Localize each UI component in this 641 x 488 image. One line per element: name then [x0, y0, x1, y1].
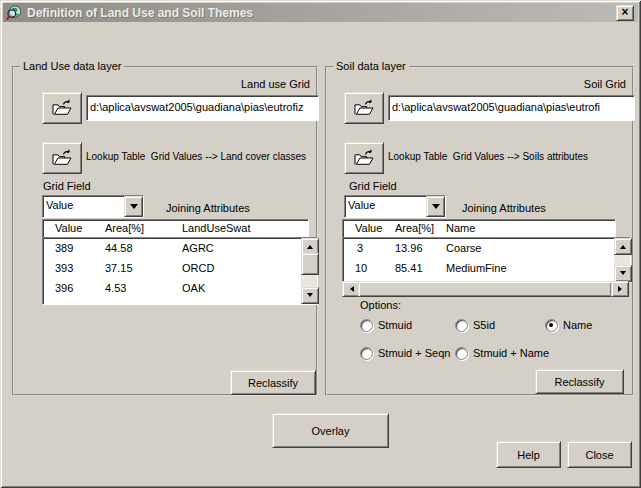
soil-reclassify-button[interactable]: Reclassify — [535, 369, 624, 394]
chevron-down-icon — [130, 204, 138, 213]
open-folder-icon — [353, 99, 375, 117]
scrollbar-thumb[interactable] — [301, 253, 319, 275]
close-label: Close — [585, 449, 613, 461]
cell-name: MediumFine — [446, 262, 507, 274]
table-row[interactable]: 10 85.41 MediumFine — [343, 262, 630, 282]
land-grid-path-field[interactable]: d:\aplica\avswat2005\guadiana\pias\eutro… — [86, 95, 319, 121]
arrow-down-icon — [620, 271, 626, 278]
scrollbar-thumb[interactable] — [358, 281, 612, 297]
cell-area: 4.53 — [105, 282, 126, 294]
cell-value: 3 — [357, 242, 363, 254]
land-reclassify-button[interactable]: Reclassify — [230, 370, 316, 395]
land-joining-attributes-label: Joining Attributes — [166, 202, 250, 214]
close-window-button[interactable]: × — [616, 5, 634, 21]
land-lookup-caption: Lookup Table Grid Values --> Land cover … — [86, 151, 306, 162]
radio-stmuid-seqn-label[interactable]: Stmuid + Seqn — [378, 347, 450, 359]
radio-stmuid[interactable] — [360, 319, 373, 332]
radio-stmuid-label[interactable]: Stmuid — [378, 319, 412, 331]
close-button[interactable]: Close — [567, 441, 632, 468]
open-folder-icon — [353, 149, 375, 167]
arrow-left-icon — [347, 286, 354, 292]
radio-s5id-label[interactable]: S5id — [473, 319, 495, 331]
land-use-grid-caption: Land use Grid — [241, 78, 310, 90]
land-grid-field-value: Value — [43, 196, 124, 217]
radio-stmuid-name-label[interactable]: Stmuid + Name — [473, 347, 549, 359]
radio-stmuid-seqn[interactable] — [360, 347, 373, 360]
soil-combobox-dropdown-button[interactable] — [426, 196, 445, 217]
help-label: Help — [517, 449, 540, 461]
radio-name[interactable] — [545, 319, 558, 332]
soil-joining-attributes-label: Joining Attributes — [462, 202, 546, 214]
soil-grid-field-label: Grid Field — [349, 180, 397, 192]
cell-area: 85.41 — [395, 262, 423, 274]
soil-grid-path-field[interactable]: d:\aplica\avswat2005\guadiana\pias\eutro… — [388, 95, 635, 121]
table-row[interactable]: 396 4.53 OAK — [43, 282, 317, 302]
overlay-button[interactable]: Overlay — [272, 413, 389, 448]
cell-value: 393 — [55, 262, 73, 274]
arrow-right-icon — [618, 286, 625, 292]
soil-grid-path-text: d:\aplica\avswat2005\guadiana\pias\eutro… — [392, 101, 600, 113]
open-folder-icon — [51, 149, 73, 167]
options-label: Options: — [360, 299, 401, 311]
land-use-group: Land Use data layer Land use Grid d:\apl… — [12, 66, 318, 396]
land-reclassify-label: Reclassify — [248, 377, 298, 389]
arrow-up-icon — [620, 242, 626, 249]
soil-open-grid-button[interactable] — [344, 92, 384, 124]
land-grid-path-text: d:\aplica\avswat2005\guadiana\pias\eutro… — [90, 101, 303, 113]
land-lookup-table-button[interactable] — [42, 142, 82, 174]
land-grid-field-combobox[interactable]: Value — [42, 195, 144, 218]
soil-col-area: Area[%] — [395, 222, 434, 234]
land-open-grid-button[interactable] — [42, 92, 82, 124]
soil-reclassify-label: Reclassify — [554, 376, 604, 388]
dialog-definition-landuse-soil: Definition of Land Use and Soil Themes ×… — [0, 0, 641, 488]
title-bar[interactable]: Definition of Land Use and Soil Themes × — [3, 3, 638, 22]
cell-area: 37.15 — [105, 262, 133, 274]
radio-stmuid-name[interactable] — [455, 347, 468, 360]
radio-s5id[interactable] — [455, 319, 468, 332]
scroll-right-button[interactable] — [611, 281, 629, 297]
land-grid-field-label: Grid Field — [43, 180, 91, 192]
arrow-down-icon — [307, 293, 313, 300]
soil-lookup-table-button[interactable] — [344, 142, 384, 174]
soil-col-name: Name — [446, 222, 475, 234]
arrow-up-icon — [307, 242, 313, 249]
table-row[interactable]: 393 37.15 ORCD — [43, 262, 317, 282]
vertical-scrollbar[interactable] — [614, 238, 630, 282]
soil-grid-caption: Soil Grid — [584, 78, 626, 90]
land-col-landuseswat: LandUseSwat — [182, 222, 251, 234]
help-button[interactable]: Help — [496, 441, 561, 468]
cell-value: 396 — [55, 282, 73, 294]
soil-grid-field-value: Value — [345, 196, 426, 217]
land-use-group-label: Land Use data layer — [20, 60, 124, 72]
soil-attributes-list[interactable]: 3 13.96 Coarse 10 85.41 MediumFine — [342, 237, 631, 283]
table-row[interactable]: 389 44.58 AGRC — [43, 242, 317, 262]
land-combobox-dropdown-button[interactable] — [124, 196, 143, 217]
close-icon: × — [621, 5, 628, 19]
table-row[interactable]: 3 13.96 Coarse — [343, 242, 630, 262]
soil-grid-field-combobox[interactable]: Value — [344, 195, 446, 218]
scroll-up-button[interactable] — [614, 238, 632, 255]
app-globe-magnifier-icon — [6, 5, 22, 21]
scroll-down-button[interactable] — [614, 265, 632, 282]
land-attributes-list[interactable]: 389 44.58 AGRC 393 37.15 ORCD 396 4.53 O… — [42, 237, 318, 305]
cell-value: 10 — [355, 262, 367, 274]
cell-class: AGRC — [182, 242, 214, 254]
cell-class: ORCD — [182, 262, 214, 274]
chevron-down-icon — [432, 204, 440, 213]
cell-value: 389 — [55, 242, 73, 254]
land-col-area: Area[%] — [105, 222, 144, 234]
soil-group: Soil data layer Soil Grid d:\aplica\avsw… — [325, 66, 634, 396]
horizontal-scrollbar[interactable] — [342, 281, 629, 295]
soil-table-header: Value Area[%] Name — [342, 219, 616, 239]
cell-area: 44.58 — [105, 242, 133, 254]
soil-lookup-caption: Lookup Table Grid Values --> Soils attri… — [388, 151, 588, 162]
window-title: Definition of Land Use and Soil Themes — [27, 6, 253, 20]
radio-name-label[interactable]: Name — [563, 319, 592, 331]
soil-group-label: Soil data layer — [333, 60, 409, 72]
cell-name: Coarse — [446, 242, 481, 254]
cell-area: 13.96 — [395, 242, 423, 254]
scroll-down-button[interactable] — [301, 287, 319, 304]
vertical-scrollbar[interactable] — [301, 238, 317, 304]
open-folder-icon — [51, 99, 73, 117]
overlay-label: Overlay — [312, 425, 350, 437]
